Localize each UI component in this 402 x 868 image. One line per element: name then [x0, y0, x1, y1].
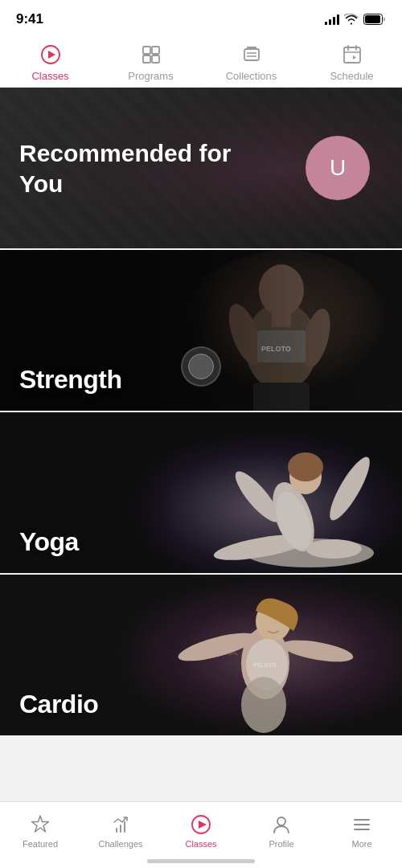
svg-marker-15: [353, 55, 356, 59]
status-bar: 9:41: [0, 0, 402, 35]
cardio-label: Cardio: [19, 690, 98, 719]
bnav-profile[interactable]: Profile: [241, 813, 322, 849]
bnav-classes[interactable]: Classes: [161, 813, 241, 849]
more-icon: [351, 813, 373, 836]
svg-rect-6: [143, 55, 150, 63]
classes-bottom-label: Classes: [185, 839, 216, 849]
status-time: 9:41: [16, 11, 43, 27]
classes-bottom-icon: [190, 813, 212, 836]
svg-rect-46: [80, 575, 402, 735]
classes-icon: [39, 43, 62, 66]
cardio-card[interactable]: PELOTO Cardio: [0, 575, 402, 735]
status-icons: [325, 14, 386, 25]
profile-icon: [270, 813, 293, 836]
wifi-icon: [344, 14, 359, 25]
featured-label: Featured: [23, 839, 58, 849]
bottom-nav: Featured Challenges Classes: [0, 801, 402, 868]
home-indicator: [147, 859, 255, 863]
collections-label: Collections: [226, 70, 277, 82]
challenges-label: Challenges: [98, 839, 142, 849]
strength-card[interactable]: PELOTO Strength: [0, 250, 402, 411]
svg-rect-37: [100, 412, 402, 573]
svg-rect-8: [244, 49, 259, 60]
svg-marker-3: [48, 51, 55, 59]
svg-rect-5: [152, 47, 159, 54]
bnav-more[interactable]: More: [322, 813, 402, 849]
svg-marker-47: [32, 816, 49, 832]
svg-marker-49: [199, 821, 207, 829]
tab-classes[interactable]: Classes: [0, 43, 100, 82]
bnav-challenges[interactable]: Challenges: [80, 813, 161, 849]
challenges-icon: [109, 813, 132, 836]
tab-programs[interactable]: Programs: [100, 43, 201, 82]
svg-rect-7: [152, 55, 159, 63]
strength-badge: [181, 346, 221, 387]
top-nav: Classes Programs Collections: [0, 35, 402, 88]
svg-point-50: [277, 817, 285, 825]
profile-label: Profile: [269, 839, 293, 849]
yoga-label: Yoga: [19, 527, 79, 557]
svg-rect-11: [344, 47, 360, 63]
svg-rect-4: [143, 47, 150, 54]
more-label: More: [351, 839, 371, 849]
schedule-icon: [341, 43, 363, 66]
classes-label: Classes: [31, 70, 68, 82]
strength-label: Strength: [19, 365, 122, 395]
battery-icon: [363, 14, 386, 25]
collections-icon: [240, 43, 263, 66]
tab-schedule[interactable]: Schedule: [302, 43, 402, 82]
programs-label: Programs: [128, 70, 173, 82]
user-avatar: U: [306, 136, 370, 200]
recommended-card[interactable]: Recommended forYou U: [0, 88, 402, 248]
signal-icon: [325, 14, 339, 25]
programs-icon: [140, 43, 162, 66]
bnav-featured[interactable]: Featured: [0, 813, 80, 849]
svg-rect-1: [365, 15, 380, 23]
schedule-label: Schedule: [330, 70, 373, 82]
tab-collections[interactable]: Collections: [201, 43, 302, 82]
yoga-card[interactable]: Yoga: [0, 412, 402, 573]
content-area: Recommended forYou U: [0, 88, 402, 802]
featured-icon: [29, 813, 51, 836]
recommended-title: Recommended forYou: [19, 138, 231, 199]
